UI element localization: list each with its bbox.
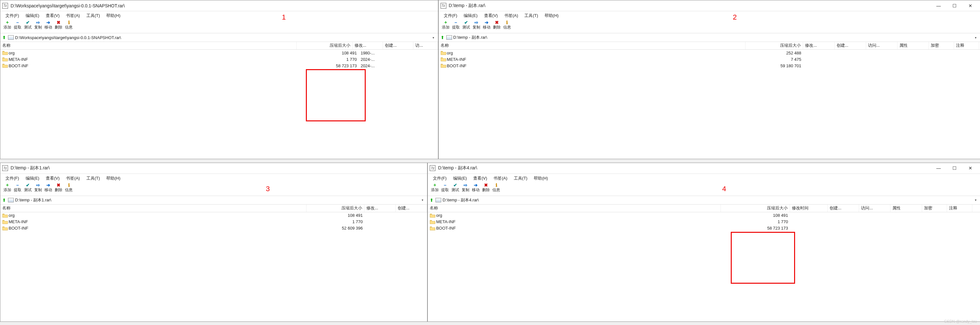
- toolbtn-copy[interactable]: ⇨复制: [33, 20, 43, 30]
- toolbtn-test[interactable]: ✔测试: [23, 183, 33, 193]
- path-text[interactable]: D:\temp - 副本.rar\: [453, 35, 973, 40]
- path-text[interactable]: D:\temp - 副本4.rar\: [442, 197, 973, 203]
- toolbtn-test[interactable]: ✔测试: [23, 20, 33, 30]
- up-icon[interactable]: ⬆: [2, 198, 6, 203]
- header-name[interactable]: 名称: [439, 42, 746, 49]
- menu-bookmark[interactable]: 书签(A): [501, 13, 521, 19]
- menu-file[interactable]: 文件(F): [2, 13, 22, 19]
- toolbtn-extract[interactable]: –提取: [451, 20, 461, 30]
- menu-tools[interactable]: 工具(T): [83, 175, 103, 181]
- min-button[interactable]: —: [931, 0, 947, 11]
- up-icon[interactable]: ⬆: [430, 198, 434, 203]
- titlebar[interactable]: 7zD:\temp - 副本4.rar\—☐✕: [428, 163, 980, 174]
- toolbtn-extract[interactable]: –提取: [13, 183, 23, 193]
- menu-edit[interactable]: 编辑(E): [460, 13, 480, 19]
- header-name[interactable]: 名称: [0, 42, 297, 49]
- header-name[interactable]: 名称: [0, 205, 307, 212]
- table-row[interactable]: BOOT-INF52 609 396: [0, 225, 427, 231]
- header-mod[interactable]: 修改...: [353, 42, 383, 49]
- toolbtn-move[interactable]: ➔移动: [43, 20, 53, 30]
- menu-edit[interactable]: 编辑(E): [450, 175, 470, 181]
- toolbtn-test[interactable]: ✔测试: [461, 20, 471, 30]
- toolbtn-info[interactable]: ℹ信息: [502, 20, 512, 30]
- header-name[interactable]: 名称: [428, 205, 721, 212]
- titlebar[interactable]: 7zD:\temp - 副本.rar\—☐✕: [439, 0, 980, 11]
- header-attr[interactable]: 属性: [891, 205, 922, 212]
- menu-edit[interactable]: 编辑(E): [22, 175, 43, 181]
- toolbtn-move[interactable]: ➔移动: [471, 183, 481, 193]
- menu-file[interactable]: 文件(F): [430, 175, 450, 181]
- toolbtn-copy[interactable]: ⇨复制: [471, 20, 482, 30]
- header-attr[interactable]: 属性: [897, 42, 929, 49]
- header-created[interactable]: 创建...: [396, 205, 427, 212]
- table-row[interactable]: org108 491: [428, 212, 980, 219]
- toolbtn-delete[interactable]: ✖删除: [53, 20, 64, 30]
- header-access[interactable]: 访问...: [866, 42, 897, 49]
- toolbtn-info[interactable]: ℹ信息: [64, 183, 74, 193]
- header-note[interactable]: 注释: [947, 205, 972, 212]
- menu-view[interactable]: 查看(V): [470, 175, 490, 181]
- chevron-down-icon[interactable]: ▾: [973, 36, 978, 39]
- toolbtn-add[interactable]: ＋添加: [2, 183, 13, 193]
- close-button[interactable]: ✕: [963, 162, 978, 174]
- table-row[interactable]: META-INF1 770: [428, 219, 980, 225]
- header-created[interactable]: 创建...: [835, 42, 866, 49]
- max-button[interactable]: ☐: [947, 0, 963, 11]
- table-row[interactable]: META-INF7 475: [439, 56, 980, 62]
- titlebar[interactable]: 7zD:\temp - 副本1.rar\: [0, 163, 427, 174]
- header-note[interactable]: 注释: [954, 42, 979, 49]
- chevron-down-icon[interactable]: ▾: [973, 198, 978, 202]
- toolbtn-info[interactable]: ℹ信息: [491, 183, 501, 193]
- menu-view[interactable]: 查看(V): [481, 13, 501, 19]
- header-enc[interactable]: 加密: [922, 205, 947, 212]
- header-size[interactable]: 压缩后大小: [721, 205, 790, 212]
- table-row[interactable]: org108 491: [0, 212, 427, 219]
- menu-help[interactable]: 帮助(H): [530, 175, 551, 181]
- toolbtn-delete[interactable]: ✖删除: [53, 183, 64, 193]
- toolbtn-add[interactable]: ＋添加: [430, 183, 440, 193]
- header-mod[interactable]: 修改...: [803, 42, 834, 49]
- toolbtn-copy[interactable]: ⇨复制: [460, 183, 471, 193]
- table-row[interactable]: META-INF1 770: [0, 219, 427, 225]
- close-button[interactable]: ✕: [963, 0, 978, 11]
- header-size[interactable]: 压缩后大小: [297, 42, 353, 49]
- header-access[interactable]: 访...: [414, 42, 438, 49]
- toolbtn-copy[interactable]: ⇨复制: [33, 183, 43, 193]
- chevron-down-icon[interactable]: ▾: [420, 198, 425, 202]
- menu-tools[interactable]: 工具(T): [511, 175, 531, 181]
- menu-help[interactable]: 帮助(H): [103, 175, 124, 181]
- toolbtn-extract[interactable]: –提取: [440, 183, 450, 193]
- header-mod[interactable]: 修改...: [364, 205, 396, 212]
- menu-edit[interactable]: 编辑(E): [22, 13, 43, 19]
- header-enc[interactable]: 加密: [929, 42, 954, 49]
- menu-file[interactable]: 文件(F): [441, 13, 461, 19]
- header-created[interactable]: 创建...: [383, 42, 414, 49]
- table-row[interactable]: org252 488: [439, 49, 980, 56]
- table-row[interactable]: org108 4911980-...: [0, 49, 438, 56]
- table-row[interactable]: BOOT-INF59 180 701: [439, 62, 980, 69]
- toolbtn-add[interactable]: ＋添加: [2, 20, 13, 30]
- toolbtn-test[interactable]: ✔测试: [450, 183, 460, 193]
- max-button[interactable]: ☐: [947, 162, 963, 174]
- toolbtn-move[interactable]: ➔移动: [482, 20, 492, 30]
- menu-help[interactable]: 帮助(H): [103, 13, 124, 19]
- path-text[interactable]: D:\temp - 副本1.rar\: [15, 197, 420, 203]
- table-row[interactable]: META-INF1 7702024-...: [0, 56, 438, 62]
- min-button[interactable]: —: [931, 162, 947, 174]
- toolbtn-delete[interactable]: ✖删除: [492, 20, 502, 30]
- header-size[interactable]: 压缩后大小: [307, 205, 364, 212]
- header-mod[interactable]: 修改时间: [790, 205, 828, 212]
- menu-tools[interactable]: 工具(T): [521, 13, 541, 19]
- menu-bookmark[interactable]: 书签(A): [490, 175, 510, 181]
- toolbtn-info[interactable]: ℹ信息: [64, 20, 74, 30]
- toolbtn-add[interactable]: ＋添加: [441, 20, 451, 30]
- up-icon[interactable]: ⬆: [441, 35, 444, 40]
- header-access[interactable]: 访问...: [859, 205, 891, 212]
- header-size[interactable]: 压缩后大小: [746, 42, 803, 49]
- menu-bookmark[interactable]: 书签(A): [63, 13, 83, 19]
- header-created[interactable]: 创建...: [828, 205, 859, 212]
- toolbtn-extract[interactable]: –提取: [13, 20, 23, 30]
- menu-view[interactable]: 查看(V): [43, 175, 63, 181]
- up-icon[interactable]: ⬆: [2, 35, 6, 40]
- chevron-down-icon[interactable]: ▾: [431, 36, 436, 39]
